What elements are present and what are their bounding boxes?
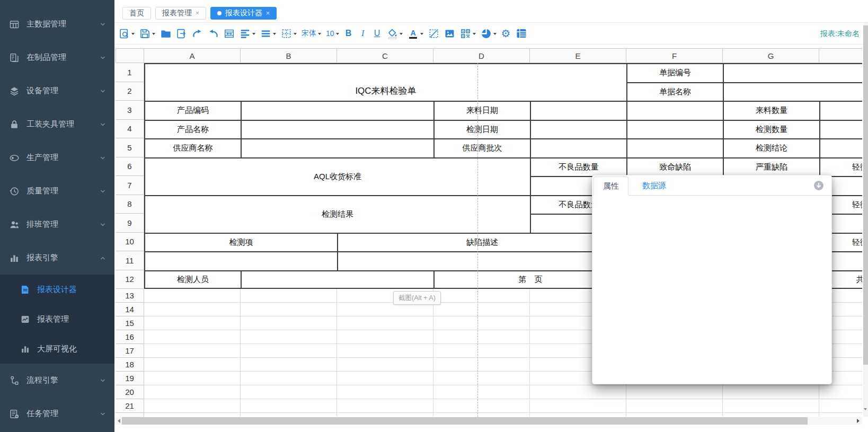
table-cell[interactable] [530,120,626,139]
grid-cell[interactable] [433,316,530,330]
grid-cell[interactable] [433,358,530,372]
scroll-right-arrow[interactable] [855,417,862,425]
table-cell[interactable] [819,120,862,139]
grid-cell[interactable] [144,316,241,330]
grid-cell[interactable] [433,385,530,399]
grid-cell[interactable] [530,413,626,417]
table-cell[interactable] [241,270,433,289]
fill-color-button[interactable] [387,28,403,39]
datagrid-button[interactable] [516,28,527,39]
grid-cell[interactable] [144,385,241,399]
sidebar-item-3[interactable]: 工装夹具管理 [0,108,114,141]
table-cell[interactable]: 来料数量 [723,101,819,120]
insert-image-button[interactable] [444,28,455,39]
grid-cell[interactable] [241,303,337,316]
redo-button[interactable] [192,28,203,39]
font-family-select[interactable]: 宋体 [302,29,321,38]
table-cell[interactable] [144,251,337,270]
sidebar-item-6[interactable]: 排班管理 [0,208,114,241]
grid-cell[interactable] [337,358,433,372]
table-cell[interactable]: 致命缺陷 [626,157,723,177]
horizontal-scrollbar[interactable] [114,417,862,425]
grid-cell[interactable] [723,413,819,417]
sidebar-item-2[interactable]: 设备管理 [0,74,114,108]
table-cell[interactable]: 严重缺陷 [723,157,819,177]
row-header[interactable]: 22 [116,413,144,417]
chart-button[interactable] [481,28,497,39]
grid-cell[interactable] [819,385,862,399]
table-cell[interactable]: 供应商名称 [144,138,241,157]
row-header[interactable]: 4 [116,120,144,139]
table-cell[interactable] [241,101,433,120]
table-cell[interactable]: 检测数量 [723,120,819,139]
table-cell[interactable] [819,138,862,157]
row-header[interactable]: 17 [116,344,144,358]
sidebar-item-4[interactable]: 生产管理 [0,141,114,174]
underline-button[interactable]: U [373,29,382,38]
row-header[interactable]: 12 [116,270,144,289]
grid-cell[interactable] [819,413,862,417]
grid-cell[interactable] [433,372,530,385]
table-cell[interactable]: 检测结果 [144,195,530,233]
table-cell[interactable] [723,82,862,101]
table-cell[interactable]: 单据编号 [626,63,723,82]
table-cell[interactable]: 检测人员 [144,270,241,289]
row-header[interactable]: 3 [116,101,144,120]
table-cell[interactable] [241,120,433,139]
font-color-button[interactable]: A [408,28,423,39]
table-cell[interactable]: 来料日期 [433,101,530,120]
tab-properties[interactable]: 属性 [594,177,628,196]
vertical-scrollbar-thumb[interactable] [863,25,868,365]
row-header[interactable]: 1 [116,63,144,82]
save-button[interactable] [139,28,155,39]
tab-report-management[interactable]: 报表管理× [155,7,206,20]
grid-cell[interactable] [144,330,241,344]
column-header[interactable]: A [144,48,241,63]
tab-datasource[interactable]: 数据源 [638,176,670,195]
table-cell[interactable]: 轻微缺陷 [819,157,862,177]
grid-cell[interactable] [144,289,241,303]
sidebar-item-7[interactable]: 报表引擎 [0,241,114,275]
table-cell[interactable] [337,251,626,270]
table-cell[interactable] [241,138,433,157]
grid-cell[interactable] [144,344,241,358]
row-header[interactable]: 6 [116,157,144,177]
row-header[interactable]: 19 [116,372,144,385]
grid-cell[interactable] [433,303,530,316]
grid-cell[interactable] [530,385,626,399]
grid-cell[interactable] [337,385,433,399]
grid-cell[interactable] [144,372,241,385]
row-header[interactable]: 20 [116,385,144,399]
grid-cell[interactable] [433,289,530,303]
table-cell[interactable] [819,101,862,120]
row-header[interactable]: 8 [116,195,144,214]
grid-cell[interactable] [626,399,723,413]
table-cell[interactable]: AQL收货标准 [144,157,530,195]
undo-button[interactable] [208,28,219,39]
grid-cell[interactable] [433,330,530,344]
export-button[interactable] [176,28,187,39]
table-cell[interactable]: 产品编码 [144,101,241,120]
grid-cell[interactable] [241,358,337,372]
align-button[interactable] [240,28,255,39]
row-header[interactable]: 21 [116,399,144,413]
row-header[interactable]: 5 [116,138,144,157]
row-header[interactable]: 9 [116,214,144,233]
table-cell[interactable]: IQC来料检验单 [144,63,626,101]
row-header[interactable]: 18 [116,358,144,372]
grid-cell[interactable] [241,385,337,399]
column-header[interactable]: F [626,48,723,63]
sidebar-subitem-8[interactable]: 报表设计器 [0,275,114,304]
vertical-scrollbar[interactable] [863,23,868,417]
grid-cell[interactable] [337,330,433,344]
grid-cell[interactable] [241,344,337,358]
grid-cell[interactable] [337,399,433,413]
grid-cell[interactable] [241,289,337,303]
merge-cells-button[interactable] [224,28,235,39]
settings-button[interactable]: ⚙ [501,28,511,39]
table-cell[interactable] [626,138,723,157]
column-header[interactable]: D [433,48,530,63]
sidebar-item-0[interactable]: 主数据管理 [0,7,114,41]
tab-report-designer[interactable]: 报表设计器× [210,7,277,20]
qrcode-button[interactable] [460,28,476,39]
